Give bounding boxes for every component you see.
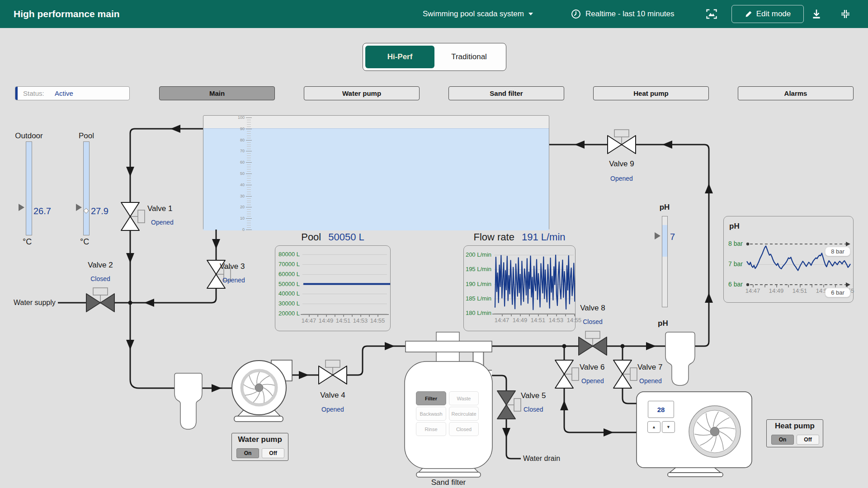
top-bar: High performance main Swimming pool scad… <box>0 0 868 28</box>
pipe-junction <box>128 301 132 305</box>
flow-arrow-icon <box>662 141 672 149</box>
tank-scale-label: 80 <box>228 138 245 142</box>
impeller-blade <box>716 418 729 427</box>
kiosk-mode-button[interactable] <box>840 9 851 21</box>
time-range-picker[interactable]: Realtime - last 10 minutes <box>571 9 675 19</box>
compress-icon <box>840 9 851 19</box>
sand-mode-waste[interactable]: Waste <box>449 391 479 405</box>
sand-mode-closed[interactable]: Closed <box>449 422 479 436</box>
pipe <box>286 346 406 375</box>
nav-sand-filter[interactable]: Sand filter <box>448 86 564 100</box>
nav-water-pump[interactable]: Water pump <box>304 86 420 100</box>
impeller-blade <box>260 376 269 383</box>
setpoint-decrease-button[interactable]: ▼ <box>662 421 675 433</box>
tank-scale-tick <box>246 218 252 219</box>
sand-mode-recirculate[interactable]: Recirculate <box>449 407 479 421</box>
tank-scale-label: 50 <box>228 171 245 176</box>
tank-scale-minor-tick <box>247 136 251 136</box>
impeller-blade <box>263 390 264 403</box>
flow-arrow-icon <box>705 183 713 193</box>
valve-v8[interactable] <box>579 331 607 355</box>
tank-scale-minor-tick <box>247 209 251 210</box>
nav-main[interactable]: Main <box>159 86 275 100</box>
valve-label-v6: Valve 6 <box>580 363 604 372</box>
pool-thermo-unit: °C <box>80 237 89 247</box>
valve-state-v1: Opened <box>151 219 174 226</box>
pump-base <box>234 416 283 422</box>
valve-label-v4: Valve 4 <box>308 391 358 400</box>
pump-impeller-ring <box>242 371 276 405</box>
valve-v2[interactable] <box>86 288 114 312</box>
flow-arrow-icon <box>604 428 613 436</box>
tank-scale-minor-tick <box>247 131 251 131</box>
sand-mode-rinse[interactable]: Rinse <box>416 422 446 436</box>
heat-pump-off-button[interactable]: Off <box>797 435 819 445</box>
download-icon <box>811 8 822 20</box>
valve-v9[interactable] <box>608 130 636 154</box>
valve-v6[interactable] <box>555 360 579 388</box>
chart-canvas <box>275 246 390 331</box>
outdoor-thermo-pointer <box>19 204 24 211</box>
sand-filter-elbow <box>478 352 492 375</box>
pipe <box>130 230 216 303</box>
valve-state-v8: Closed <box>568 318 618 325</box>
valve-label-v1: Valve 1 <box>147 204 172 213</box>
threshold-badge-high: 8 bar <box>825 247 850 256</box>
sand-mode-backwash[interactable]: Backwash <box>416 407 446 421</box>
download-button[interactable] <box>811 8 822 22</box>
tank-scale-minor-tick <box>247 223 251 223</box>
heat-pump-control-title: Heat pump <box>767 422 823 431</box>
impeller-blade <box>720 432 732 441</box>
ph-sensor-funnel <box>665 332 695 385</box>
water-pump-off-button[interactable]: Off <box>262 448 284 458</box>
tank-scale-tick <box>246 196 252 197</box>
time-range-label: Realtime - last 10 minutes <box>585 9 675 19</box>
snapshot-image-button[interactable] <box>705 8 718 22</box>
pipe <box>623 346 637 404</box>
water-supply-label: Water supply <box>14 299 56 307</box>
status-indicator: Status: Active <box>15 86 130 100</box>
tank-scale-minor-tick <box>247 189 251 190</box>
flow-arrow-icon <box>575 141 585 149</box>
ph-gauge-value: 7 <box>670 232 675 242</box>
valve-v7[interactable] <box>613 360 637 388</box>
ph-gauge-ok-zone <box>662 225 667 257</box>
edit-mode-button[interactable]: Edit mode <box>731 5 804 23</box>
sand-filter-label: Sand filter <box>403 478 494 487</box>
impeller-blade <box>713 412 719 427</box>
nav-alarms[interactable]: Alarms <box>738 86 854 100</box>
nav-heat-pump[interactable]: Heat pump <box>593 86 709 100</box>
outdoor-thermo-bar <box>26 141 32 235</box>
heat-pump-fan-ring <box>689 406 741 457</box>
flow-arrow-icon <box>126 340 134 350</box>
sand-mode-filter[interactable]: Filter <box>416 391 446 405</box>
ph-gauge-bar <box>662 216 668 307</box>
tank-scale-minor-tick <box>247 124 251 125</box>
valve-v4[interactable] <box>319 360 347 384</box>
water-pump-body[interactable] <box>232 361 286 415</box>
setpoint-increase-button[interactable]: ▲ <box>647 421 660 433</box>
tank-scale-label: 30 <box>228 194 245 198</box>
tank-scale-minor-tick <box>247 180 251 181</box>
heat-pump-on-button[interactable]: On <box>771 435 794 445</box>
threshold-badge-low: 6 bar <box>825 288 850 297</box>
impeller-blade <box>719 434 723 450</box>
valve-state-v9: Opened <box>597 175 646 182</box>
tank-scale-minor-tick <box>247 187 251 188</box>
tab-hi-perf[interactable]: Hi-Perf <box>365 46 434 68</box>
dashboard-picker[interactable]: Swimming pool scada system <box>423 9 533 19</box>
tank-scale-minor-tick <box>247 194 251 194</box>
water-pump-on-button[interactable]: On <box>236 448 259 458</box>
outdoor-thermo-value: 26.7 <box>33 206 51 216</box>
strainer-funnel <box>175 373 202 429</box>
valve-v5[interactable] <box>497 391 521 419</box>
tab-traditional[interactable]: Traditional <box>434 46 504 68</box>
valve-label-v7: Valve 7 <box>637 363 662 372</box>
view-mode-toggle: Hi-Perf Traditional <box>363 43 506 71</box>
tank-scale-tick <box>246 174 252 174</box>
impeller-blade <box>253 392 260 403</box>
tank-scale-minor-tick <box>247 225 251 225</box>
valve-v1[interactable] <box>121 202 145 230</box>
impeller-blade <box>263 384 275 385</box>
sand-filter-foot <box>416 472 481 477</box>
